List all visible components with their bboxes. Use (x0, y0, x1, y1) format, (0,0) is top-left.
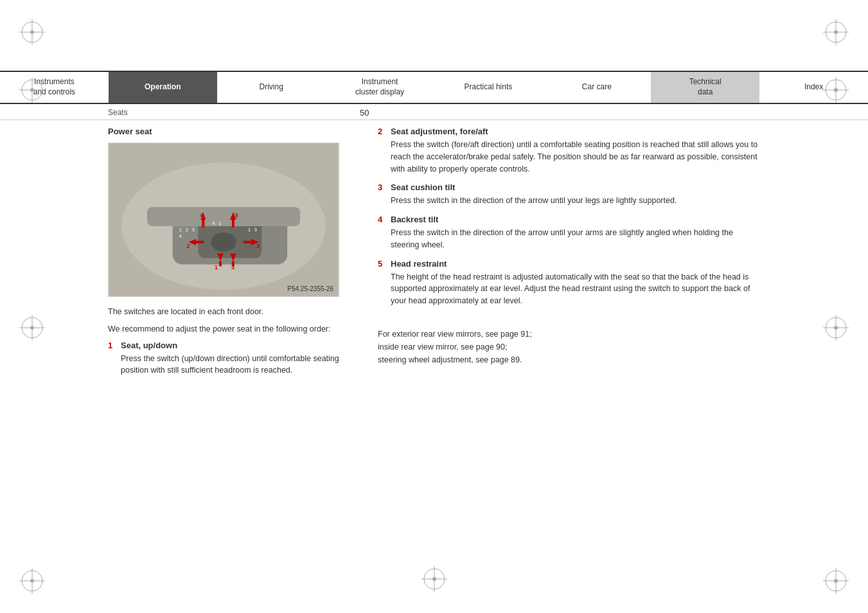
svg-point-35 (834, 88, 838, 92)
corner-decoration-tr (823, 19, 849, 45)
item-2: 2 Seat adjustment, fore/aft Press the sw… (378, 127, 760, 175)
item-1: 1 Seat, up/down Press the switch (up/dow… (108, 341, 352, 377)
nav-item-carcare[interactable]: Car care (542, 72, 651, 103)
nav-item-cluster[interactable]: Instrument cluster display (326, 72, 434, 103)
svg-text:5: 5 (235, 212, 238, 218)
svg-rect-62 (202, 220, 204, 227)
body-text-1: The switches are located in each front d… (108, 306, 352, 318)
svg-point-3 (30, 30, 34, 34)
item-5-heading: 5 Head restraint (378, 259, 760, 269)
crosshair-nav-left (19, 77, 45, 105)
section-title: Power seat (108, 127, 352, 136)
svg-point-11 (30, 579, 34, 583)
footer-text: For exterior rear view mirrors, see page… (378, 315, 760, 366)
body-text-2: We recommend to adjust the power seat in… (108, 323, 352, 335)
nav-item-index[interactable]: Index (759, 72, 868, 103)
svg-text:1: 1 (248, 227, 251, 233)
corner-decoration-br (823, 568, 849, 594)
main-content: Power seat 1 2 3 4 (0, 120, 868, 384)
svg-text:2: 2 (257, 243, 260, 249)
crosshair-center-bottom (421, 566, 447, 594)
svg-rect-56 (219, 261, 222, 266)
svg-point-19 (30, 326, 34, 330)
svg-point-54 (211, 233, 236, 252)
svg-text:4: 4 (200, 212, 203, 218)
item-3-body: Press the switch in the direction of the… (378, 195, 760, 207)
svg-text:1: 1 (179, 227, 182, 233)
breadcrumb: Seats (0, 104, 868, 120)
item-2-heading: 2 Seat adjustment, fore/aft (378, 127, 760, 136)
item-4-heading: 4 Backrest tilt (378, 215, 760, 224)
nav-item-hints[interactable]: Practical hints (434, 72, 543, 103)
nav-item-instruments[interactable]: Instruments and controls (0, 72, 109, 103)
svg-rect-40 (147, 207, 300, 226)
svg-text:1: 1 (215, 264, 218, 271)
nav-bar: Instruments and controls Operation Drivi… (0, 71, 868, 104)
image-label: P54.25-2355-26 (287, 285, 333, 292)
item-1-heading: 1 Seat, up/down (108, 341, 352, 350)
svg-text:3: 3 (254, 227, 258, 233)
right-column: 2 Seat adjustment, fore/aft Press the sw… (378, 127, 760, 384)
seat-image: 1 2 3 4 5 2 2 (108, 143, 339, 297)
svg-point-31 (30, 88, 34, 92)
crosshair-mid-left (19, 315, 45, 342)
svg-text:2: 2 (186, 227, 188, 233)
item-1-body: Press the switch (up/down direction) unt… (108, 353, 352, 377)
item-2-body: Press the switch (fore/aft direction) un… (378, 139, 760, 175)
svg-text:3: 3 (191, 227, 195, 233)
nav-item-driving[interactable]: Driving (217, 72, 326, 103)
svg-point-15 (834, 579, 838, 583)
item-5: 5 Head restraint The height of the head … (378, 259, 760, 307)
svg-rect-46 (232, 220, 235, 227)
item-4: 4 Backrest tilt Press the switch in the … (378, 215, 760, 251)
svg-text:2: 2 (186, 243, 190, 249)
svg-text:4: 4 (179, 233, 182, 239)
nav-item-technical[interactable]: Technical data (651, 72, 759, 103)
item-3-heading: 3 Seat cushion tilt (378, 182, 760, 192)
item-3: 3 Seat cushion tilt Press the switch in … (378, 182, 760, 207)
item-4-body: Press the switch in the direction of the… (378, 227, 760, 251)
item-5-body: The height of the head restraint is adju… (378, 271, 760, 307)
svg-point-27 (432, 577, 436, 581)
nav-item-operation[interactable]: Operation (109, 72, 217, 103)
svg-point-23 (834, 326, 838, 330)
svg-rect-52 (244, 241, 251, 244)
svg-text:4: 4 (212, 220, 215, 226)
left-column: Power seat 1 2 3 4 (108, 127, 352, 384)
crosshair-mid-right (823, 315, 849, 342)
page-number: 50 (360, 108, 369, 118)
corner-decoration-tl (19, 19, 45, 45)
corner-decoration-bl (19, 568, 45, 594)
svg-rect-49 (196, 241, 204, 244)
svg-text:1: 1 (218, 220, 222, 226)
crosshair-nav-right (823, 77, 849, 105)
svg-point-7 (834, 30, 838, 34)
svg-text:3: 3 (231, 264, 235, 271)
